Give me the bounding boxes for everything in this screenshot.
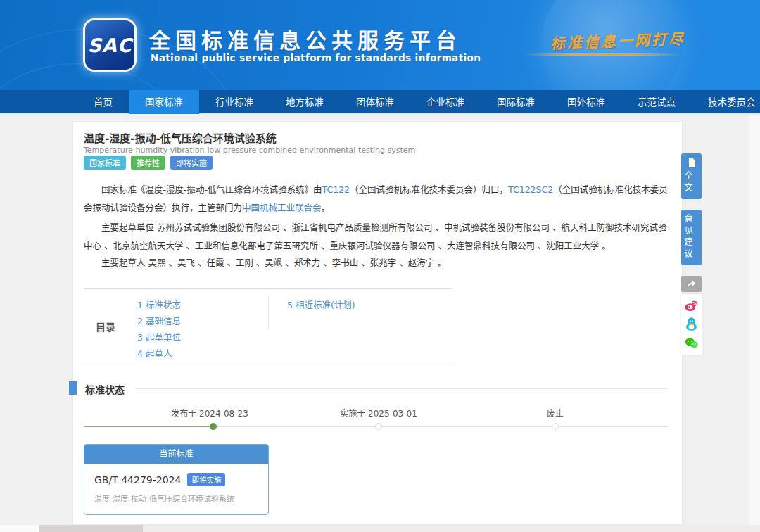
document-icon xyxy=(687,158,697,168)
qq-icon[interactable] xyxy=(684,317,699,331)
tag-recommended: 推荐性 xyxy=(131,156,165,170)
intro-text: 国家标准《温度-湿度-振动-低气压综合环境试验系统》由 xyxy=(101,184,322,195)
scrollbar-corner xyxy=(0,525,39,532)
link-tc122[interactable]: TC122 xyxy=(322,184,350,195)
content-panel: 温度-湿度-振动-低气压综合环境试验系统 Temperature-humdity… xyxy=(72,121,683,525)
nav-item-enterprise-standards[interactable]: 企业标准 xyxy=(410,90,481,114)
tag-upcoming: 即将实施 xyxy=(170,156,213,170)
toc-label: 目录 xyxy=(84,289,127,365)
timeline-label-implemented: 实施于 2025-03-01 xyxy=(340,407,417,419)
status-timeline: 发布于 2024-08-23 实施于 2025-03-01 废止 xyxy=(73,407,682,439)
timeline-dot-published xyxy=(210,423,217,430)
nav-item-foreign-standards[interactable]: 国外标准 xyxy=(551,90,621,114)
sac-logo-text: SAC xyxy=(87,34,132,56)
horizontal-scrollbar-thumb[interactable] xyxy=(39,525,143,532)
share-button[interactable] xyxy=(681,276,702,292)
sac-logo[interactable]: SAC xyxy=(83,18,137,72)
standard-name: 温度-湿度-振动-低气压综合环境试验系统 xyxy=(94,493,258,504)
status-section-title: 标准状态 xyxy=(85,382,125,396)
timeline-dot-implemented xyxy=(375,423,382,430)
slogan-underline xyxy=(524,53,680,56)
standard-code[interactable]: GB/T 44279-2024 xyxy=(94,474,181,486)
table-of-contents: 目录 1 标准状态 2 基础信息 3 起草单位 4 起草人 5 相近标准(计划) xyxy=(84,288,452,365)
timeline-track-done xyxy=(84,426,213,427)
nav-item-pilot-demo[interactable]: 示范试点 xyxy=(621,90,692,114)
toc-link-drafting-orgs[interactable]: 3 起草单位 xyxy=(137,329,268,346)
link-machinery-federation[interactable]: 中国机械工业联合会 xyxy=(242,203,322,213)
fulltext-label: 全文 xyxy=(681,171,695,194)
nav-item-local-standards[interactable]: 地方标准 xyxy=(270,90,340,114)
standard-title-en: Temperature-humdity-vibration-low pressu… xyxy=(84,146,415,155)
current-standard-card[interactable]: 当前标准 GB/T 44279-2024 即将实施 温度-湿度-振动-低气压综合… xyxy=(84,444,269,515)
drafters-paragraph: 主要起草人 吴熙 、吴飞 、任霞 、王刚 、吴飒 、郑术力 、李书山 、张兆宇 … xyxy=(84,254,673,272)
drafting-orgs-paragraph: 主要起草单位 苏州苏试试验集团股份有限公司 、浙江省机电产品质量检测所有限公司 … xyxy=(84,219,673,255)
link-tc122sc2[interactable]: TC122SC2 xyxy=(508,184,553,195)
standard-code-row: GB/T 44279-2024 即将实施 xyxy=(94,473,258,486)
horizontal-scrollbar[interactable] xyxy=(0,525,760,532)
main-nav: 首页 国家标准 行业标准 地方标准 团体标准 企业标准 国际标准 国外标准 示范… xyxy=(0,90,760,114)
tag-row: 国家标准 推荐性 即将实施 xyxy=(84,156,213,170)
toc-link-status[interactable]: 1 标准状态 xyxy=(137,297,268,313)
toc-link-drafters[interactable]: 4 起草人 xyxy=(137,346,268,362)
nav-item-group-standards[interactable]: 团体标准 xyxy=(340,90,410,114)
fulltext-button[interactable]: 全文 xyxy=(681,153,702,199)
site-subtitle: National public service platform for sta… xyxy=(151,52,481,63)
weibo-icon[interactable] xyxy=(684,298,699,312)
intro-text: 。 xyxy=(322,203,331,213)
feedback-label: 意见建议 xyxy=(681,214,695,260)
intro-text: （全国试验机标准化技术委员会）归口， xyxy=(350,184,508,195)
current-standard-card-header: 当前标准 xyxy=(84,445,268,464)
timeline-label-published: 发布于 2024-08-23 xyxy=(171,407,248,419)
timeline-label-abolished: 废止 xyxy=(547,407,564,419)
vertical-scrollbar-strip[interactable] xyxy=(749,115,760,525)
nav-item-national-standards[interactable]: 国家标准 xyxy=(129,90,199,114)
nav-item-home[interactable]: 首页 xyxy=(77,90,129,114)
site-header: SAC 全国标准信息公共服务平台 National public service… xyxy=(0,0,760,90)
social-share-panel xyxy=(681,294,702,355)
standard-title: 温度-湿度-振动-低气压综合环境试验系统 xyxy=(84,130,277,145)
upcoming-badge: 即将实施 xyxy=(187,473,225,486)
tag-national-standard: 国家标准 xyxy=(84,156,126,170)
toc-link-basic-info[interactable]: 2 基础信息 xyxy=(137,313,268,329)
feedback-button[interactable]: 意见建议 xyxy=(681,210,702,265)
nav-item-industry-standards[interactable]: 行业标准 xyxy=(199,90,270,114)
toc-link-similar-standards[interactable]: 5 相近标准(计划) xyxy=(287,297,355,313)
nav-item-international-standards[interactable]: 国际标准 xyxy=(481,90,551,114)
nav-item-technical-committee[interactable]: 技术委员会 xyxy=(692,90,760,114)
section-divider-line xyxy=(135,388,668,389)
timeline-dot-abolished xyxy=(552,423,559,430)
status-section-header: 标准状态 xyxy=(73,381,682,396)
share-icon xyxy=(686,279,697,289)
floating-toolbar: 全文 意见建议 xyxy=(681,153,702,355)
wechat-icon[interactable] xyxy=(684,336,699,350)
section-accent-bar xyxy=(69,381,77,395)
intro-paragraph: 国家标准《温度-湿度-振动-低气压综合环境试验系统》由TC122（全国试验机标准… xyxy=(84,181,673,217)
site-title: 全国标准信息公共服务平台 xyxy=(149,23,462,54)
